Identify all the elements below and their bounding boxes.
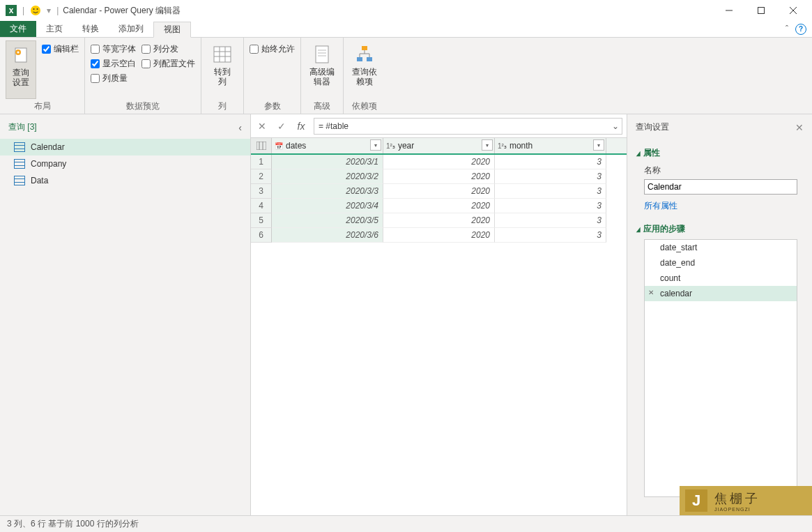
column-distribution-checkbox[interactable]: 列分发: [141, 43, 195, 55]
collapse-ribbon-icon[interactable]: ˆ: [786, 24, 788, 34]
column-header-month[interactable]: 1²₃month▾: [495, 138, 606, 153]
all-properties-link[interactable]: 所有属性: [644, 200, 804, 212]
table-icon: [14, 142, 25, 152]
applied-step[interactable]: date_start: [645, 240, 797, 255]
cell-year[interactable]: 2020: [383, 213, 495, 228]
column-month-filter-icon[interactable]: ▾: [593, 139, 604, 151]
formula-bar-checkbox[interactable]: 编辑栏: [42, 43, 79, 55]
monospace-checkbox[interactable]: 等宽字体: [91, 43, 136, 55]
column-header-dates[interactable]: 📅dates▾: [272, 138, 383, 153]
query-settings-button[interactable]: 查询设置: [6, 40, 36, 99]
column-header-year[interactable]: 1²₃year▾: [383, 138, 495, 153]
cell-year[interactable]: 2020: [383, 169, 495, 184]
column-quality-label: 列质量: [102, 73, 128, 84]
cell-month[interactable]: 3: [495, 184, 606, 199]
goto-column-button[interactable]: 转到列: [207, 40, 238, 99]
table-row[interactable]: 22020/3/220203: [251, 169, 627, 184]
preview-group-label: 数据预览: [91, 99, 195, 112]
tab-home[interactable]: 主页: [36, 21, 72, 37]
queries-pane: 查询 [3] ‹ CalendarCompanyData: [0, 114, 251, 515]
cell-dates[interactable]: 2020/3/1: [272, 155, 383, 169]
cell-month[interactable]: 3: [495, 169, 606, 184]
row-number[interactable]: 4: [251, 199, 272, 213]
fx-icon[interactable]: fx: [294, 121, 308, 132]
advanced-editor-button[interactable]: 高级编辑器: [307, 40, 337, 99]
formula-dropdown-icon[interactable]: ⌄: [612, 121, 619, 131]
column-profile-checkbox[interactable]: 列配置文件: [141, 58, 195, 70]
cell-month[interactable]: 3: [495, 155, 606, 169]
smiley-icon[interactable]: [29, 4, 42, 17]
table-row[interactable]: 42020/3/420203: [251, 199, 627, 213]
cell-year[interactable]: 2020: [383, 228, 495, 243]
tab-file[interactable]: 文件: [0, 21, 36, 37]
row-number[interactable]: 3: [251, 184, 272, 199]
query-item-label: Data: [31, 176, 48, 185]
cell-dates[interactable]: 2020/3/4: [272, 199, 383, 213]
close-button[interactable]: [777, 0, 809, 21]
cell-month[interactable]: 3: [495, 213, 606, 228]
select-all-corner[interactable]: [251, 138, 272, 153]
cell-dates[interactable]: 2020/3/3: [272, 184, 383, 199]
query-item[interactable]: Calendar: [0, 139, 250, 155]
dependencies-label2: 赖项: [356, 77, 373, 86]
delete-step-icon[interactable]: ✕: [648, 289, 654, 296]
collapse-queries-icon[interactable]: ‹: [238, 122, 242, 133]
svg-point-3: [33, 8, 35, 10]
row-number[interactable]: 2: [251, 169, 272, 184]
window-controls: [713, 0, 809, 21]
column-quality-checkbox[interactable]: 列质量: [91, 73, 136, 84]
cell-dates[interactable]: 2020/3/5: [272, 213, 383, 228]
properties-section-header[interactable]: 属性: [636, 147, 804, 159]
table-row[interactable]: 32020/3/320203: [251, 184, 627, 199]
cell-year[interactable]: 2020: [383, 155, 495, 169]
tab-view[interactable]: 视图: [153, 22, 191, 38]
steps-section-header[interactable]: 应用的步骤: [636, 223, 804, 235]
layout-group-label: 布局: [6, 99, 79, 112]
accept-formula-icon[interactable]: ✓: [275, 121, 289, 132]
qat-dropdown[interactable]: ▾: [47, 6, 51, 15]
cell-dates[interactable]: 2020/3/2: [272, 169, 383, 184]
close-settings-icon[interactable]: ✕: [795, 122, 804, 133]
advanced-editor-icon: [311, 43, 333, 66]
cell-dates[interactable]: 2020/3/6: [272, 228, 383, 243]
cancel-formula-icon[interactable]: ✕: [255, 121, 269, 132]
minimize-button[interactable]: [713, 0, 745, 21]
maximize-button[interactable]: [745, 0, 777, 21]
tab-addcolumn[interactable]: 添加列: [109, 21, 153, 37]
query-dependencies-button[interactable]: 查询依赖项: [349, 40, 380, 99]
queries-header: 查询 [3] ‹: [0, 114, 250, 139]
settings-title: 查询设置✕: [636, 121, 804, 133]
workspace: 查询 [3] ‹ CalendarCompanyData ✕ ✓ fx = #t…: [0, 114, 812, 515]
excel-icon: x: [5, 4, 17, 17]
advanced-editor-label2: 辑器: [314, 77, 330, 86]
cell-year[interactable]: 2020: [383, 199, 495, 213]
dependencies-label1: 查询依: [352, 67, 377, 77]
column-dates-filter-icon[interactable]: ▾: [370, 139, 381, 151]
row-number[interactable]: 6: [251, 228, 272, 243]
show-whitespace-checkbox[interactable]: 显示空白: [91, 58, 136, 70]
cell-month[interactable]: 3: [495, 199, 606, 213]
formula-input[interactable]: = #table ⌄: [314, 118, 622, 135]
applied-steps-list: date_startdate_endcount✕calendar: [644, 239, 797, 497]
help-icon[interactable]: ?: [795, 24, 806, 35]
applied-step[interactable]: count: [645, 271, 797, 286]
applied-step[interactable]: date_end: [645, 255, 797, 271]
cell-month[interactable]: 3: [495, 228, 606, 243]
svg-rect-28: [256, 142, 266, 150]
row-number[interactable]: 1: [251, 155, 272, 169]
table-row[interactable]: 52020/3/520203: [251, 213, 627, 228]
query-item[interactable]: Company: [0, 155, 250, 172]
applied-step[interactable]: ✕calendar: [645, 286, 797, 301]
table-row[interactable]: 12020/3/120203: [251, 155, 627, 169]
cell-year[interactable]: 2020: [383, 184, 495, 199]
query-item[interactable]: Data: [0, 172, 250, 189]
tab-transform[interactable]: 转换: [72, 21, 109, 37]
preview-pane: ✕ ✓ fx = #table ⌄ 📅dates▾ 1²₃year▾ 1²₃mo…: [251, 114, 627, 515]
formula-text: = #table: [319, 121, 348, 131]
always-allow-checkbox[interactable]: 始终允许: [250, 43, 295, 55]
column-year-filter-icon[interactable]: ▾: [482, 139, 493, 151]
query-name-input[interactable]: [644, 179, 797, 195]
table-row[interactable]: 62020/3/620203: [251, 228, 627, 243]
row-number[interactable]: 5: [251, 213, 272, 228]
watermark-logo: J: [685, 489, 707, 512]
